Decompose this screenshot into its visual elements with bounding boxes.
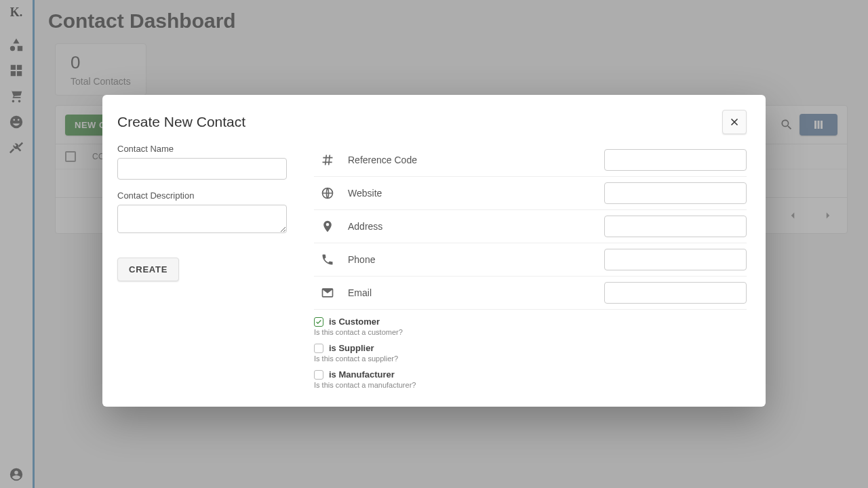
email-icon [314, 286, 341, 300]
create-button[interactable]: CREATE [117, 258, 179, 281]
contact-name-input[interactable] [117, 158, 287, 180]
email-label: Email [348, 287, 443, 298]
is-supplier-checkbox[interactable] [314, 344, 323, 353]
phone-icon [314, 253, 341, 266]
contact-description-input[interactable] [117, 205, 287, 233]
is-customer-label: is Customer [329, 317, 380, 327]
modal-left-column: Contact Name Contact Description CREATE [117, 144, 287, 389]
is-manufacturer-sub: Is this contact a manufacturer? [314, 381, 747, 389]
contact-name-label: Contact Name [117, 144, 287, 154]
modal-close-button[interactable] [722, 110, 747, 134]
location-icon [314, 220, 341, 233]
address-input[interactable] [604, 216, 747, 237]
globe-icon [314, 186, 341, 200]
reference-code-input[interactable] [604, 149, 747, 171]
modal-title: Create New Contact [117, 114, 722, 130]
is-manufacturer-checkbox[interactable] [314, 370, 323, 380]
is-supplier-sub: Is this contact a supplier? [314, 354, 747, 363]
is-customer-sub: Is this contact a customer? [314, 328, 747, 336]
is-supplier-label: is Supplier [329, 343, 374, 353]
modal-overlay[interactable]: Create New Contact Contact Name Contact … [0, 0, 868, 488]
reference-code-label: Reference Code [348, 155, 443, 165]
address-label: Address [348, 221, 443, 232]
website-label: Website [348, 188, 443, 199]
modal-right-column: Reference Code Website Address Phone [314, 144, 747, 389]
create-contact-modal: Create New Contact Contact Name Contact … [102, 95, 766, 407]
email-input[interactable] [604, 282, 747, 304]
phone-input[interactable] [604, 249, 747, 270]
phone-label: Phone [348, 254, 443, 265]
is-manufacturer-label: is Manufacturer [329, 369, 395, 380]
hash-icon [314, 153, 341, 167]
website-input[interactable] [604, 182, 747, 204]
contact-description-label: Contact Description [117, 190, 287, 201]
is-customer-checkbox[interactable] [314, 317, 323, 327]
